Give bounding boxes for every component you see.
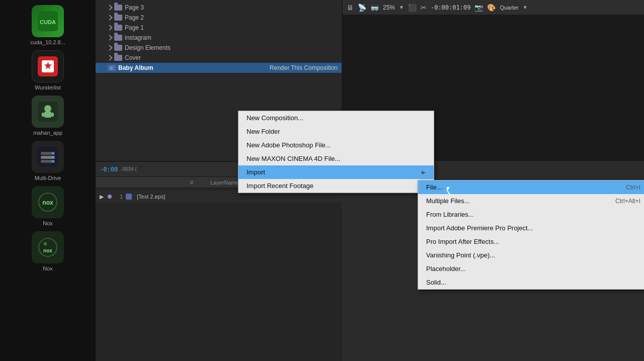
menu-item-new-cinema[interactable]: New MAXON CINEMA 4D File...	[238, 152, 434, 165]
mahan-label: mahan_app	[33, 130, 62, 136]
svg-rect-8	[42, 113, 44, 117]
project-item-page1[interactable]: Page 1	[96, 23, 342, 33]
arrow-icon	[107, 55, 112, 60]
project-item-page3[interactable]: Page 3	[96, 3, 342, 13]
menu-item-label: New Adobe Photoshop File...	[247, 141, 331, 149]
svg-point-6	[44, 105, 51, 112]
folder-icon	[114, 55, 122, 61]
taskbar-icon-nox2[interactable]: nox Nox	[8, 231, 88, 272]
expand-arrow: ▶	[100, 194, 105, 200]
multidrive-icon	[32, 141, 64, 173]
item-label-page2: Page 2	[125, 14, 144, 21]
layer-num: 1	[115, 194, 123, 200]
svg-rect-7	[44, 112, 51, 118]
menu-item-label: Import	[247, 168, 265, 176]
viewport-icon1: 🖥	[347, 4, 354, 12]
layer-color-box	[126, 194, 132, 200]
taskbar-icon-wunderlist[interactable]: ★ Wunderlist	[8, 50, 88, 91]
taskbar-icon-mahan[interactable]: mahan_app	[8, 96, 88, 136]
menu-item-import[interactable]: Import ▶	[238, 165, 434, 179]
taskbar-icon-cuda[interactable]: CUDA cuda_10.2.8...	[8, 5, 88, 45]
menu-item-import-recent[interactable]: Import Recent Footage ▶	[238, 179, 434, 193]
project-item-instagram[interactable]: instagram	[96, 33, 342, 43]
context-menu-main: New Composition... New Folder New Adobe …	[238, 111, 434, 193]
project-item-babyalbum[interactable]: C Baby Album Render This Composition	[96, 63, 342, 73]
submenu-item-vanishing[interactable]: Vanishing Point (.vpe)...	[418, 248, 644, 262]
zoom-display[interactable]: 25%	[383, 4, 395, 11]
item-label-cover: Cover	[125, 54, 141, 61]
layer-name: [Text 2.eps]	[137, 194, 165, 200]
svg-text:nox: nox	[42, 199, 53, 206]
submenu-item-label: Solid...	[426, 279, 446, 286]
item-label-design: Design Elements	[125, 44, 171, 51]
multidrive-label: Multi-Drive	[35, 175, 61, 181]
viewport-icon3: 🥽	[370, 4, 379, 12]
viewport-btn1[interactable]: ⬛	[408, 4, 417, 12]
nox2-icon: nox	[32, 231, 64, 263]
folder-icon	[114, 15, 122, 21]
submenu-item-solid[interactable]: Solid...	[418, 276, 644, 289]
layer-icons	[108, 195, 112, 199]
folder-icon	[114, 35, 122, 41]
menu-item-label: New MAXON CINEMA 4D File...	[247, 155, 340, 162]
viewport-btn2[interactable]: ✂	[421, 4, 427, 12]
svg-point-15	[52, 156, 54, 158]
taskbar: CUDA cuda_10.2.8... ★ Wunderlist	[0, 0, 96, 361]
svg-text:★: ★	[44, 61, 52, 71]
cuda-icon: CUDA	[32, 5, 64, 37]
zoom-dropdown[interactable]: ▼	[399, 5, 404, 10]
quality-display[interactable]: Quarter	[500, 5, 518, 11]
col-num: #	[190, 179, 200, 186]
submenu-item-label: Import Adobe Premiere Pro Project...	[426, 224, 533, 232]
submenu-item-libraries[interactable]: From Libraries...	[418, 208, 644, 221]
comp-icon: C	[108, 65, 116, 71]
menu-item-new-comp[interactable]: New Composition...	[238, 111, 434, 125]
svg-point-14	[52, 152, 54, 154]
item-label-page1: Page 1	[125, 24, 144, 31]
ae-area: Page 3 Page 2 Page 1 instagram	[96, 0, 644, 361]
menu-item-label: New Composition...	[247, 114, 303, 122]
arrow-icon	[107, 5, 112, 10]
item-label-page3: Page 3	[125, 4, 144, 11]
shortcut-label: Ctrl+I	[626, 184, 640, 191]
col-layername: LayerName	[210, 179, 239, 186]
arrow-icon	[107, 45, 112, 50]
project-item-page2[interactable]: Page 2	[96, 13, 342, 23]
arrow-icon	[107, 25, 112, 30]
cursor-pointer	[447, 187, 454, 197]
mahan-icon	[32, 96, 64, 128]
viewport-icon2: 📡	[358, 4, 366, 12]
wunderlist-label: Wunderlist	[35, 84, 61, 91]
viewport-timecode: -0:00:01:09	[431, 4, 470, 11]
nox2-label: Nox	[43, 265, 53, 272]
submenu-item-premiere[interactable]: Import Adobe Premiere Pro Project...	[418, 221, 644, 235]
taskbar-icon-multidrive[interactable]: Multi-Drive	[8, 141, 88, 181]
menu-item-label: New Folder	[247, 128, 280, 135]
taskbar-icon-nox1[interactable]: nox Nox	[8, 186, 88, 226]
arrow-icon	[107, 15, 112, 20]
svg-rect-20	[44, 242, 47, 245]
svg-text:CUDA: CUDA	[40, 19, 56, 25]
project-item-cover[interactable]: Cover	[96, 53, 342, 63]
camera-icon[interactable]: 📷	[474, 4, 483, 12]
menu-item-new-folder[interactable]: New Folder	[238, 125, 434, 138]
menu-item-new-ps[interactable]: New Adobe Photoshop File...	[238, 138, 434, 152]
quality-dropdown[interactable]: ▼	[523, 5, 528, 10]
color-icon[interactable]: 🎨	[487, 4, 496, 12]
svg-text:nox: nox	[43, 248, 52, 253]
project-items: Page 3 Page 2 Page 1 instagram	[96, 0, 342, 75]
render-this-composition-btn[interactable]: Render This Composition	[270, 64, 338, 71]
submenu-item-label: Multiple Files...	[426, 197, 470, 205]
item-label-babyalbum: Baby Album	[118, 64, 153, 71]
submenu-item-label: From Libraries...	[426, 211, 474, 218]
nox1-icon: nox	[32, 186, 64, 218]
submenu-item-placeholder[interactable]: Placeholder...	[418, 262, 644, 276]
submenu-item-proae[interactable]: Pro Import After Effects...	[418, 235, 644, 248]
cuda-label: cuda_10.2.8...	[30, 39, 65, 45]
arrow-icon	[107, 35, 112, 40]
wunderlist-icon: ★	[32, 50, 64, 82]
submenu-arrow-icon: ▶	[422, 169, 426, 175]
project-item-design[interactable]: Design Elements	[96, 43, 342, 53]
folder-icon	[114, 5, 122, 11]
timeline-frameinfo: -0034 (	[121, 166, 137, 172]
